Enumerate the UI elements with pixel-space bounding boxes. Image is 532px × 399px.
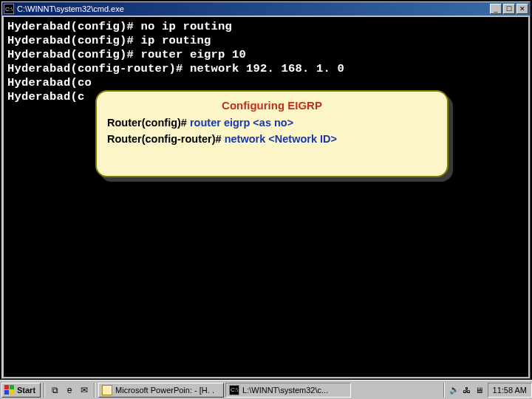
windows-logo-icon [4,385,15,395]
taskbar: Start ⧉e✉ Microsoft PowerPoin: - [H. .C:… [0,380,532,399]
start-label: Start [17,386,35,395]
titlebar[interactable]: C:\ C:\WINNT\system32\cmd.exe _ ☐ ✕ [2,2,530,16]
powerpoint-icon [102,385,112,395]
cmd-icon: C:\ [229,385,239,395]
callout-line-1: Router(config)# router eigrp <as no> [107,115,437,131]
taskbar-clock: 11:58 AM [488,383,532,398]
volume-icon[interactable]: 🔊 [449,385,460,395]
task-label: Microsoft PowerPoin: - [H. . [115,386,214,395]
show-desktop-icon[interactable]: ⧉ [48,383,61,397]
callout-tooltip: Configuring EIGRP Router(config)# router… [95,90,449,177]
taskbar-task[interactable]: C:\L:\WINNT\system32\c... [225,383,351,398]
minimize-button[interactable]: _ [490,4,502,14]
window-title: C:\WINNT\system32\cmd.exe [17,4,490,13]
close-button[interactable]: ✕ [516,4,528,14]
terminal-area[interactable]: Hyderabad(config)# no ip routing Hyderab… [4,17,528,377]
callout-title: Configuring EIGRP [107,99,437,112]
callout-line-2: Router(config-router)# network <Network … [107,131,437,147]
system-tray: 🔊🖧🖥 [446,385,488,395]
cmd-sys-icon[interactable]: C:\ [4,4,14,14]
quick-launch: ⧉e✉ [47,383,92,397]
task-buttons: Microsoft PowerPoin: - [H. .C:\L:\WINNT\… [98,383,441,398]
cmd-window: C:\ C:\WINNT\system32\cmd.exe _ ☐ ✕ Hyde… [1,1,531,379]
network-icon[interactable]: 🖧 [462,385,472,395]
ie-icon[interactable]: e [63,383,76,397]
start-button[interactable]: Start [1,383,41,398]
maximize-button[interactable]: ☐ [503,4,515,14]
taskbar-task[interactable]: Microsoft PowerPoin: - [H. . [98,383,224,398]
task-label: L:\WINNT\system32\c... [242,386,328,395]
outlook-icon[interactable]: ✉ [78,383,91,397]
pc-icon[interactable]: 🖥 [474,385,485,395]
